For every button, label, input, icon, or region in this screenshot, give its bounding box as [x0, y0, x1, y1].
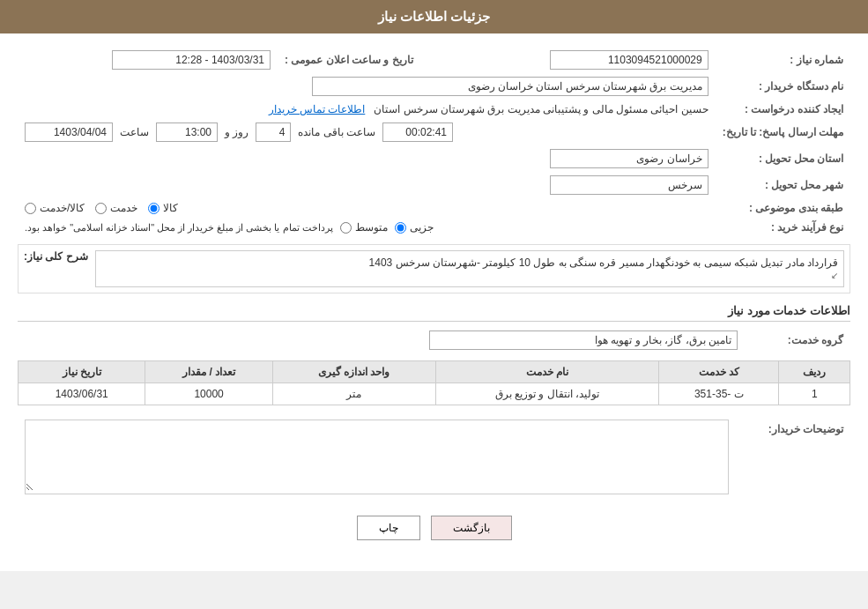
creator-value: حسین احیائی مسئول مالی و پشتیبانی مدیریت… — [18, 100, 716, 119]
service-group-table: گروه خدمت: تامین برق، گاز، بخار و تهویه … — [18, 327, 850, 353]
cell-code: ت -35-351 — [659, 383, 779, 405]
cell-qty: 10000 — [145, 383, 272, 405]
announce-datetime-label: تاریخ و ساعت اعلان عمومی : — [278, 47, 420, 73]
response-time-field: 13:00 — [156, 123, 218, 142]
city-label: شهر محل تحویل : — [716, 172, 850, 198]
process-jozi-radio[interactable] — [395, 222, 406, 234]
basic-info-table: شماره نیاز : 1103094521000029 تاریخ و سا… — [18, 47, 850, 237]
print-button[interactable]: چاپ — [357, 516, 420, 540]
needs-text: قرارداد مادر تبدیل شبکه سیمی به خودنگهدا… — [369, 256, 838, 269]
buyer-org-value: مدیریت برق شهرستان سرخس استان خراسان رضو… — [18, 73, 716, 100]
category-kala-khadamat-label: کالا/خدمت — [40, 202, 85, 214]
service-group-label: گروه خدمت: — [745, 327, 850, 353]
process-motavaset-option[interactable]: متوسط — [340, 221, 388, 234]
needs-section: شرح کلی نیاز: قرارداد مادر تبدیل شبکه سی… — [18, 244, 850, 293]
buyer-comments-container[interactable] — [25, 420, 729, 494]
header-title: جزئیات اطلاعات نیاز — [378, 9, 490, 24]
col-header-name: نام خدمت — [435, 361, 659, 383]
resize-handle: ↙ — [831, 271, 838, 280]
response-days-field: 4 — [256, 123, 291, 142]
category-khadamat-label: خدمت — [110, 202, 137, 214]
province-field: خراسان رضوی — [550, 149, 708, 168]
category-row: کالا/خدمت خدمت کالا — [18, 198, 716, 218]
creator-contact-link[interactable]: اطلاعات تماس خریدار — [269, 103, 366, 115]
col-header-unit: واحد اندازه گیری — [272, 361, 435, 383]
process-jozi-option[interactable]: جزیی — [395, 221, 434, 234]
need-number-value: 1103094521000029 — [456, 47, 716, 73]
process-desc: پرداخت تمام یا بخشی از مبلغ خریدار از مح… — [25, 222, 333, 234]
response-remaining-field: 00:02:41 — [382, 123, 453, 142]
category-kala-radio[interactable] — [148, 203, 160, 214]
need-number-label: شماره نیاز : — [716, 47, 850, 73]
col-header-date: تاریخ نیاز — [19, 361, 145, 383]
buyer-org-label: نام دستگاه خریدار : — [716, 73, 850, 100]
needs-text-area: قرارداد مادر تبدیل شبکه سیمی به خودنگهدا… — [95, 250, 844, 287]
needs-section-title: شرح کلی نیاز: — [24, 250, 88, 263]
process-label: نوع فرآیند خرید : — [716, 218, 850, 237]
content-area: شماره نیاز : 1103094521000029 تاریخ و سا… — [0, 33, 868, 571]
action-buttons: بازگشت چاپ — [18, 516, 850, 540]
buyer-comments-label: توضیحات خریدار: — [736, 416, 850, 498]
cell-row: 1 — [779, 383, 850, 405]
category-kala-option[interactable]: کالا — [148, 202, 178, 214]
process-row: پرداخت تمام یا بخشی از مبلغ خریدار از مح… — [18, 218, 716, 237]
comments-table: توضیحات خریدار: — [18, 416, 850, 498]
province-label: استان محل تحویل : — [716, 145, 850, 172]
cell-name: تولید، انتقال و توزیع برق — [435, 383, 659, 405]
category-khadamat-radio[interactable] — [95, 203, 107, 214]
creator-text: حسین احیائی مسئول مالی و پشتیبانی مدیریت… — [374, 103, 708, 115]
category-kala-label: کالا — [163, 202, 178, 214]
col-header-qty: تعداد / مقدار — [145, 361, 272, 383]
cell-unit: متر — [272, 383, 435, 405]
city-value: سرخس — [18, 172, 716, 198]
back-button[interactable]: بازگشت — [431, 516, 512, 540]
service-group-field: تامین برق، گاز، بخار و تهویه هوا — [429, 330, 738, 350]
announce-datetime-value: 1403/03/31 - 12:28 — [18, 47, 278, 73]
response-deadline-row: 1403/04/04 ساعت 13:00 روز و 4 ساعت باقی … — [18, 119, 716, 145]
process-jozi-label: جزیی — [410, 221, 434, 234]
col-header-row: ردیف — [779, 361, 850, 383]
page-header: جزئیات اطلاعات نیاز — [0, 0, 868, 33]
creator-label: ایجاد کننده درخواست : — [716, 100, 850, 119]
city-field: سرخس — [550, 175, 708, 195]
cell-date: 1403/06/31 — [19, 383, 145, 405]
need-number-field: 1103094521000029 — [550, 50, 708, 70]
col-header-code: کد خدمت — [659, 361, 779, 383]
buyer-comments-value — [18, 416, 736, 498]
process-motavaset-label: متوسط — [355, 221, 388, 234]
response-deadline-label: مهلت ارسال پاسخ: تا تاریخ: — [716, 119, 850, 145]
category-khadamat-option[interactable]: خدمت — [95, 202, 137, 214]
buyer-org-field: مدیریت برق شهرستان سرخس استان خراسان رضو… — [312, 77, 708, 96]
category-label: طبقه بندی موضوعی : — [716, 198, 850, 218]
category-kala-khadamat-option[interactable]: کالا/خدمت — [25, 202, 85, 214]
category-kala-khadamat-radio[interactable] — [25, 203, 36, 214]
service-group-value: تامین برق، گاز، بخار و تهویه هوا — [18, 327, 745, 353]
response-date-field: 1403/04/04 — [25, 123, 113, 142]
response-days-label: روز و — [225, 126, 249, 138]
process-motavaset-radio[interactable] — [340, 222, 352, 234]
response-time-label: ساعت — [120, 126, 149, 138]
service-items-table: ردیف کد خدمت نام خدمت واحد اندازه گیری ت… — [18, 360, 850, 405]
table-row: 1 ت -35-351 تولید، انتقال و توزیع برق مت… — [19, 383, 850, 405]
response-remaining-label: ساعت باقی مانده — [298, 126, 375, 138]
buyer-comments-textarea[interactable] — [26, 420, 728, 491]
page-container: جزئیات اطلاعات نیاز شماره نیاز : 1103094… — [0, 0, 868, 571]
province-value: خراسان رضوی — [18, 145, 716, 172]
services-section-title: اطلاعات خدمات مورد نیاز — [18, 304, 850, 322]
announce-datetime-field: 1403/03/31 - 12:28 — [112, 50, 271, 70]
